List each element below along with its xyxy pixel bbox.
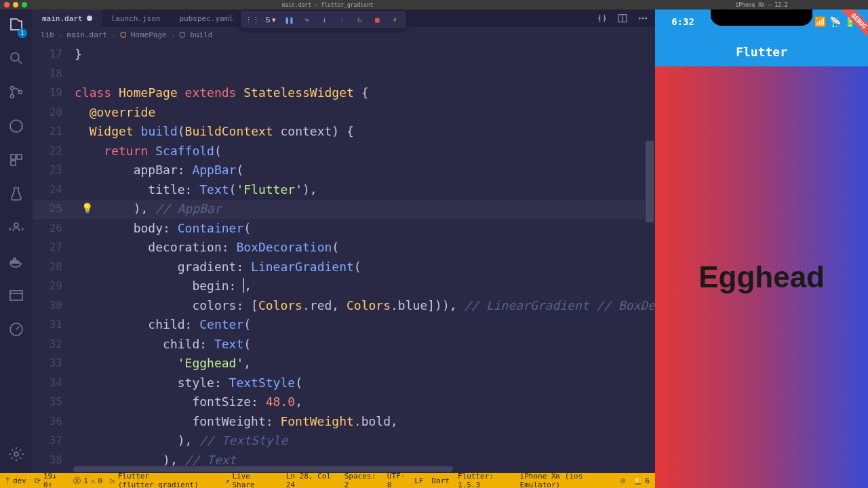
more-icon[interactable] bbox=[637, 13, 648, 26]
svg-point-4 bbox=[10, 120, 22, 132]
svg-rect-6 bbox=[17, 155, 22, 159]
source-control-icon[interactable] bbox=[8, 84, 24, 103]
svg-point-19 bbox=[646, 18, 647, 19]
wifi-icon: 📡 bbox=[829, 16, 841, 27]
cursor-position-status[interactable]: Ln 28, Col 24 bbox=[286, 472, 336, 488]
mac-title-bar: main.dart — flutter_gradient bbox=[0, 0, 655, 9]
docker-icon[interactable] bbox=[8, 253, 24, 272]
git-sync-status[interactable]: ⟳19↓ 0↑ bbox=[35, 472, 65, 488]
svg-rect-5 bbox=[11, 155, 16, 159]
window-max-icon[interactable] bbox=[22, 2, 27, 7]
debug-icon[interactable] bbox=[8, 118, 24, 137]
problems-status[interactable]: ⓧ 1 ⚠ 0 bbox=[73, 476, 102, 486]
indent-status[interactable]: Spaces: 2 bbox=[344, 472, 379, 488]
horizontal-scrollbar[interactable] bbox=[73, 466, 492, 473]
debug-toolbar: ⋮⋮ S ▾ ❚❚ ↷ ↓ ↑ ↻ ■ ⚡ bbox=[241, 11, 406, 28]
restart-icon[interactable]: ↻ bbox=[355, 15, 364, 24]
notifications-status[interactable]: 🔔 6 bbox=[633, 476, 650, 485]
svg-rect-7 bbox=[11, 161, 16, 165]
eol-status[interactable]: LF bbox=[414, 476, 423, 485]
dashboard-icon[interactable] bbox=[8, 321, 24, 340]
window-min-icon[interactable] bbox=[13, 2, 18, 7]
vscode-window: main.dart — flutter_gradient 1 main.dart bbox=[0, 0, 655, 488]
phone-screen[interactable]: 6:32 📶 📡 🔋 DEBUG Flutter Egghead bbox=[655, 9, 868, 488]
tab-launch-json[interactable]: launch.json bbox=[102, 9, 170, 27]
liveshare-icon[interactable] bbox=[8, 220, 24, 239]
simulator-title-bar: iPhone Xʀ — 12.2 bbox=[655, 0, 868, 9]
device-status[interactable]: iPhone Xʀ (ios Emulator) bbox=[520, 472, 612, 488]
window-title: main.dart — flutter_gradient bbox=[282, 2, 374, 8]
liveshare-status[interactable]: ↗ Live Share bbox=[225, 472, 270, 488]
body-text: Egghead bbox=[698, 260, 825, 294]
phone-notch bbox=[711, 9, 812, 26]
encoding-status[interactable]: UTF-8 bbox=[387, 472, 406, 488]
settings-icon[interactable] bbox=[8, 446, 24, 465]
step-out-icon[interactable]: ↑ bbox=[337, 15, 347, 24]
debug-drag-icon[interactable]: ⋮⋮ bbox=[248, 15, 257, 24]
svg-point-0 bbox=[11, 53, 19, 61]
step-into-icon[interactable]: ↓ bbox=[319, 15, 329, 24]
status-clock: 6:32 bbox=[671, 16, 694, 27]
compare-icon[interactable] bbox=[597, 13, 608, 26]
tab-pubspec-yaml[interactable]: pubspec.yaml bbox=[170, 9, 242, 27]
output-icon[interactable] bbox=[8, 287, 24, 306]
pause-icon[interactable]: ❚❚ bbox=[284, 15, 294, 24]
flutter-body: Egghead bbox=[655, 66, 868, 488]
feedback-icon[interactable]: ☺ bbox=[620, 476, 625, 485]
stop-icon[interactable]: ■ bbox=[372, 15, 382, 24]
dirty-indicator-icon bbox=[87, 16, 92, 21]
code-editor[interactable]: 💡 17 18 19 20 21 22 23 24 25 26 27 28 29… bbox=[33, 42, 655, 473]
svg-point-15 bbox=[14, 452, 18, 456]
signal-icon: 📶 bbox=[814, 16, 826, 27]
svg-point-18 bbox=[642, 18, 644, 19]
git-branch-status[interactable]: ᛘ dev bbox=[5, 476, 26, 485]
test-icon[interactable] bbox=[8, 186, 24, 205]
flutter-appbar: Flutter bbox=[655, 37, 868, 66]
search-icon[interactable] bbox=[8, 50, 24, 69]
language-status[interactable]: Dart bbox=[432, 476, 450, 485]
editor-title-actions bbox=[597, 13, 648, 26]
activity-bar: 1 bbox=[0, 9, 33, 473]
breadcrumb[interactable]: lib› main.dart› ⬡HomePage› ⬡build bbox=[33, 27, 655, 42]
split-editor-icon[interactable] bbox=[617, 13, 628, 26]
window-close-icon[interactable] bbox=[4, 2, 9, 7]
line-number-gutter: 17 18 19 20 21 22 23 24 25 26 27 28 29 3… bbox=[33, 42, 75, 473]
minimap-scrollbar[interactable] bbox=[644, 42, 654, 367]
tab-main-dart[interactable]: main.dart bbox=[33, 9, 102, 27]
flutter-version-status[interactable]: Flutter: 1.5.3 bbox=[458, 472, 512, 488]
svg-rect-13 bbox=[10, 291, 22, 300]
extensions-icon[interactable] bbox=[8, 152, 24, 171]
svg-point-17 bbox=[639, 18, 641, 19]
svg-point-1 bbox=[11, 87, 14, 90]
ios-simulator: iPhone Xʀ — 12.2 6:32 📶 📡 🔋 DEBUG Flutte… bbox=[655, 0, 868, 488]
explorer-badge: 1 bbox=[18, 28, 27, 38]
svg-point-2 bbox=[11, 95, 14, 98]
status-bar: ᛘ dev ⟳19↓ 0↑ ⓧ 1 ⚠ 0 ▷ Flutter (flutter… bbox=[0, 473, 655, 488]
svg-point-8 bbox=[14, 223, 18, 227]
step-over-icon[interactable]: ↷ bbox=[302, 15, 311, 24]
code-content[interactable]: } class HomePage extends StatelessWidget… bbox=[75, 42, 655, 473]
hot-reload-icon[interactable]: ⚡ bbox=[390, 15, 399, 24]
debug-config-select[interactable]: S ▾ bbox=[265, 16, 276, 24]
svg-rect-12 bbox=[14, 258, 16, 260]
debug-target-status[interactable]: ▷ Flutter (flutter_gradient) bbox=[111, 472, 217, 488]
